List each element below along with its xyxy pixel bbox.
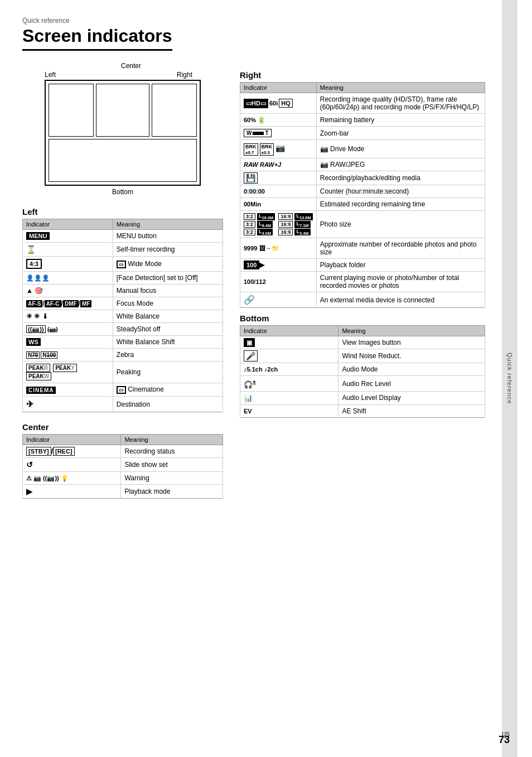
right-meaning-battery: Remaining battery: [316, 114, 485, 127]
ev-indicator: EV: [244, 408, 252, 414]
rawj-badge: RAW+J: [260, 161, 281, 168]
cinema-badge: CINEMA: [26, 387, 56, 394]
left-table: Indicator Meaning MENU MENU button ⌛ Sel…: [22, 219, 223, 412]
right-col-indicator: Indicator: [240, 83, 317, 93]
bottom-table: Indicator Meaning ▣ View Images button 🎤…: [240, 325, 485, 417]
page-title: Screen indicators: [22, 26, 172, 51]
page-number: 73: [499, 734, 510, 746]
table-row: 9999 🖼→📁 Approximate number of recordabl…: [240, 238, 485, 259]
audio-mode-icons: ♪5.1ch ♪2ch: [244, 366, 278, 373]
table-row: ▶ Playback mode: [23, 485, 223, 499]
right-meaning-zoom: Zoom-bar: [316, 127, 485, 140]
right-meaning-approx: Approximate number of recordable photos …: [316, 238, 485, 259]
table-row: 3:2L16.0M 16:9L13.6M 3:2L8.4M 16:9L7.1M …: [240, 211, 485, 238]
table-row: ⌛ Self-timer recording: [23, 243, 223, 257]
ext-media-icon: 🔗: [244, 295, 255, 305]
left-col-indicator: Indicator: [23, 219, 113, 230]
label-right: Right: [177, 71, 192, 79]
raw-badge: RAW: [244, 161, 258, 168]
table-row: 4:3 ▭ Wide Mode: [23, 257, 223, 272]
right-meaning-current: Current playing movie or photo/Number of…: [316, 272, 485, 292]
left-meaning-dest: Destination: [113, 397, 223, 412]
peak-w-badge: PEAKW: [26, 372, 51, 380]
ws-badge: WS: [26, 338, 41, 346]
bottom-meaning-audio: Audio Mode: [338, 363, 485, 376]
stby-badge: [STBY]: [26, 447, 51, 456]
peak-y-badge: PEAKY: [53, 364, 76, 372]
table-row: 100▶ Playback folder: [240, 259, 485, 272]
right-meaning-rectime: Estimated recording remaining time: [316, 198, 485, 211]
media-icon: 💾: [244, 172, 258, 184]
photo-count: 9999 🖼→📁: [244, 245, 279, 252]
center-col-indicator: Indicator: [23, 435, 121, 445]
table-row: ♪5.1ch ♪2ch Audio Mode: [240, 363, 485, 376]
right-col-meaning: Meaning: [316, 83, 485, 93]
photo-size-grid: 3:2L16.0M 16:9L13.6M 3:2L8.4M 16:9L7.1M …: [244, 213, 313, 235]
center-meaning-slide: Slide show set: [121, 458, 223, 472]
left-col-meaning: Meaning: [113, 219, 223, 230]
playback-folder: 100: [244, 261, 259, 269]
left-meaning-focus: Focus Mode: [113, 297, 223, 310]
right-meaning-counter: Counter (hour:minute:second): [316, 185, 485, 198]
warning-icons: ⚠ 📷 ((📷)) 💡: [26, 475, 69, 481]
left-meaning-wb: White Balance: [113, 310, 223, 323]
battery-indicator: 60% 🔋: [244, 117, 265, 123]
play-triangle: ▶: [26, 487, 32, 496]
rec-badge: [REC]: [53, 447, 75, 456]
right-meaning-hd: Recording image quality (HD/STD), frame …: [316, 93, 485, 114]
table-row: 💾 Recording/playback/editing media: [240, 171, 485, 185]
table-row: RAW RAW+J 📷 RAW/JPEG: [240, 158, 485, 171]
menu-badge: MENU: [26, 232, 50, 240]
bottom-meaning-ev: AE Shift: [338, 404, 485, 417]
af-c-badge: AF-C: [45, 300, 61, 307]
side-tab: Quick reference: [502, 0, 518, 757]
table-row: W T Zoom-bar: [240, 127, 485, 140]
table-row: EV AE Shift: [240, 404, 485, 417]
table-row: ☀ ✳ 🌡 White Balance: [23, 310, 223, 323]
table-row: 📊 Audio Level Display: [240, 391, 485, 404]
left-section-heading: Left: [22, 207, 223, 216]
current-play: 100/112: [244, 278, 266, 285]
mf-badge: MF: [80, 300, 91, 307]
counter-display: 0:00:00: [244, 188, 265, 195]
destination-icon: ✈: [26, 399, 33, 409]
table-row: 🎤 Wind Noise Reduct.: [240, 349, 485, 363]
left-meaning-selftimer: Self-timer recording: [113, 243, 223, 257]
view-images-icon: ▣: [244, 338, 255, 347]
brk-badge: BRK±0.7 BRK±0.3 📷: [244, 143, 285, 156]
wb-icons: ☀ ✳ 🌡: [26, 312, 49, 320]
table-row: ✈ Destination: [23, 397, 223, 412]
section-label: Quick reference: [22, 17, 485, 25]
audio-level-icon: 📊: [244, 394, 253, 402]
left-meaning-ws: White Balance Shift: [113, 336, 223, 349]
table-row: ▣ View Images button: [240, 336, 485, 349]
bottom-meaning-audiorec: Audio Rec Level: [338, 376, 485, 391]
left-meaning-mf: Manual focus: [113, 285, 223, 297]
bottom-col-meaning: Meaning: [338, 326, 485, 336]
face-detection-icons: 👤👤👤: [26, 274, 50, 281]
table-row: [STBY]/[REC] Recording status: [23, 445, 223, 458]
table-row: ⚠ 📷 ((📷)) 💡 Warning: [23, 472, 223, 485]
peak-r-badge: PEAKR: [26, 364, 50, 372]
camera-icon2: 📷: [320, 161, 328, 168]
steadyshot-icon: ((📷)): [26, 325, 46, 333]
center-meaning-rec: Recording status: [121, 445, 223, 458]
bottom-meaning-view: View Images button: [338, 336, 485, 349]
center-col-meaning: Meaning: [121, 435, 223, 445]
left-meaning-zebra: Zebra: [113, 349, 223, 361]
table-row: 100/112 Current playing movie or photo/N…: [240, 272, 485, 292]
bottom-section-heading: Bottom: [240, 314, 485, 323]
table-row: ↺ Slide show set: [23, 458, 223, 472]
bottom-col-indicator: Indicator: [240, 326, 338, 336]
left-meaning-cinema: ▭ Cinematone: [113, 383, 223, 397]
bottom-meaning-wind: Wind Noise Reduct.: [338, 349, 485, 363]
label-left: Left: [45, 71, 56, 79]
hd-badge: ▭HD▭60iHQ: [244, 99, 293, 108]
wide-mode-badge: 4:3: [26, 259, 42, 269]
min-display: 00Min: [244, 201, 261, 208]
center-meaning-play: Playback mode: [121, 485, 223, 499]
table-row: WS White Balance Shift: [23, 336, 223, 349]
table-row: AF-S/AF-C/DMF/MF Focus Mode: [23, 297, 223, 310]
manual-focus-icons: ▲ 🎯: [26, 287, 43, 295]
label-center: Center: [121, 62, 141, 70]
